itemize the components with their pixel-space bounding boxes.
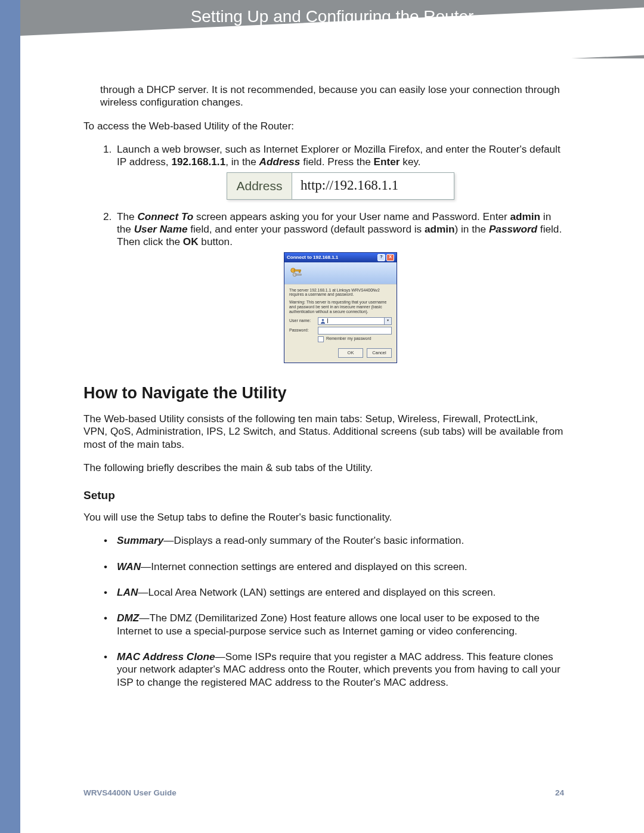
remember-row[interactable]: Remember my password	[318, 336, 392, 342]
address-bar-figure: Address http://192.168.1.1	[227, 172, 454, 200]
bullet-lan-desc: —Local Area Network (LAN) settings are e…	[138, 586, 496, 598]
password-label: Password:	[289, 328, 318, 333]
setup-bullets: Summary—Displays a read-only summary of …	[83, 534, 564, 689]
username-label: User name:	[289, 318, 318, 324]
username-field[interactable]: ▾	[318, 317, 392, 325]
step2-text-a: The	[117, 210, 137, 222]
remember-label: Remember my password	[326, 336, 371, 341]
address-bar-label: Address	[227, 173, 292, 199]
step2-password: Password	[489, 223, 537, 235]
step1-text-b: , in the	[225, 156, 259, 168]
step-1: Launch a web browser, such as Internet E…	[114, 143, 564, 200]
step2-text-g: button.	[199, 236, 233, 247]
step1-enter: Enter	[374, 156, 400, 168]
nav-paragraph-1: The Web-based Utility consists of the fo…	[83, 413, 564, 451]
remember-checkbox[interactable]	[318, 336, 324, 342]
step2-admin2: admin	[425, 223, 455, 235]
step2-username: User Name	[134, 223, 188, 235]
ok-button[interactable]: OK	[338, 348, 363, 358]
bullet-dmz-term: DMZ	[117, 612, 139, 624]
bullet-summary-desc: —Displays a read-only summary of the Rou…	[163, 534, 464, 546]
close-icon: X	[386, 254, 394, 261]
bullet-summary-term: Summary	[117, 534, 163, 546]
login-dialog-figure: Connect to 192.168.1.1 ? X	[284, 252, 397, 363]
bullet-dmz-desc: —The DMZ (Demilitarized Zone) Host featu…	[117, 612, 540, 636]
step1-text-c: field. Press the	[300, 156, 373, 168]
step1-text-d: key.	[400, 156, 421, 168]
access-instruction: To access the Web-based Utility of the R…	[83, 120, 564, 132]
left-accent-stripe	[0, 0, 20, 833]
bullet-lan-term: LAN	[117, 586, 138, 598]
password-field[interactable]	[318, 327, 392, 335]
dialog-body: The server 192.168.1.1 at Linksys WRVS44…	[284, 284, 397, 363]
step1-address-word: Address	[259, 156, 301, 168]
address-bar-url: http://192.168.1.1	[292, 173, 454, 199]
steps-list: Launch a web browser, such as Internet E…	[83, 143, 564, 363]
svg-rect-2	[299, 271, 301, 272]
bullet-mac: MAC Address Clone—Some ISPs require that…	[117, 651, 564, 689]
page-footer: WRVS4400N User Guide 24	[83, 788, 564, 797]
step2-text-b: screen appears asking you for your User …	[193, 210, 510, 222]
step2-ok: OK	[183, 236, 199, 247]
nav-paragraph-2: The following briefly describes the main…	[83, 462, 564, 474]
user-icon	[320, 318, 326, 324]
bullet-wan-term: WAN	[117, 561, 141, 572]
dialog-banner	[284, 262, 397, 284]
step-2: The Connect To screen appears asking you…	[114, 210, 564, 363]
leadin-paragraph: through a DHCP server. It is not recomme…	[83, 83, 564, 109]
cancel-button[interactable]: Cancel	[367, 348, 392, 358]
bullet-lan: LAN—Local Area Network (LAN) settings ar…	[117, 586, 564, 599]
bullet-mac-term: MAC Address Clone	[117, 651, 215, 662]
bullet-wan-desc: —Internet connection settings are entere…	[141, 561, 467, 572]
step2-text-d: field, and enter your password (default …	[187, 223, 424, 235]
help-icon: ?	[377, 254, 385, 261]
footer-guide: WRVS4400N User Guide	[83, 788, 177, 797]
svg-point-5	[322, 319, 324, 321]
step1-ip: 192.168.1.1	[171, 156, 225, 168]
step2-admin1: admin	[510, 210, 540, 222]
setup-heading: Setup	[83, 488, 564, 503]
step2-connect-to: Connect To	[137, 210, 193, 222]
bullet-dmz: DMZ—The DMZ (Demilitarized Zone) Host fe…	[117, 612, 564, 637]
chevron-down-icon[interactable]: ▾	[384, 318, 391, 324]
nav-heading: How to Navigate the Utility	[83, 383, 564, 403]
dialog-msg1: The server 192.168.1.1 at Linksys WRVS44…	[289, 288, 392, 298]
dialog-titlebar: Connect to 192.168.1.1 ? X	[284, 253, 397, 262]
dialog-title-text: Connect to 192.168.1.1	[287, 255, 338, 261]
page: Setting Up and Configuring the Router Ho…	[0, 0, 644, 833]
svg-rect-4	[296, 274, 301, 275]
content-area: through a DHCP server. It is not recomme…	[83, 83, 564, 702]
keys-icon	[289, 266, 302, 279]
bullet-summary: Summary—Displays a read-only summary of …	[117, 534, 564, 547]
dialog-msg2: Warning: This server is requesting that …	[289, 300, 392, 314]
bullet-wan: WAN—Internet connection settings are ent…	[117, 561, 564, 573]
footer-page-number: 24	[555, 788, 564, 797]
setup-intro: You will use the Setup tabs to define th…	[83, 511, 564, 524]
step2-text-e: ) in the	[455, 223, 489, 235]
